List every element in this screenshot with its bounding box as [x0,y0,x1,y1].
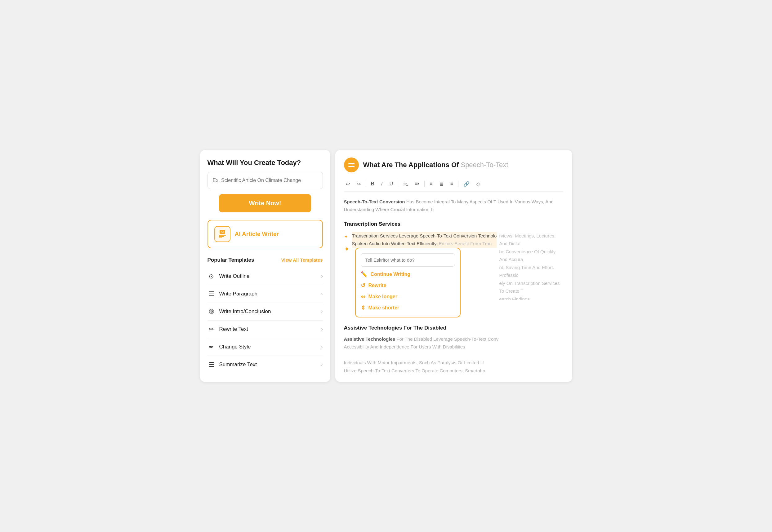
undo-button[interactable]: ↩ [344,180,352,188]
left-heading: What Will You Create Today? [207,159,323,167]
right-panel: What Are The Applications Of Speech-To-T… [335,150,572,382]
editor-content[interactable]: Speech-To-Text Conversion Has Become Int… [344,198,564,375]
search-input[interactable] [207,172,323,189]
ai-popup: ✏️ Continue Writing ↺ Rewrite ⇔ Make lon… [355,248,461,317]
sparkles-icon: ✦ ✦ [344,233,349,255]
align-right-button[interactable]: ≡ [449,180,455,188]
template-item-change-style[interactable]: ✒ Change Style › [207,338,323,356]
chevron-icon: › [321,291,322,297]
templates-title: Popular Templates [207,257,254,263]
template-item-rewrite-text[interactable]: ✏ Rewrite Text › [207,321,323,338]
align-center-button[interactable]: ≣ [438,180,446,188]
intro-paragraph: Speech-To-Text Conversion Has Become Int… [344,198,564,214]
ordered-list-button[interactable]: ≡₁ [402,180,410,188]
rewrite-text-label: Rewrite Text [219,326,248,332]
popup-actions: ✏️ Continue Writing ↺ Rewrite ⇔ Make lon… [361,270,455,312]
write-intro-icon: ⑨ [207,308,215,315]
templates-header: Popular Templates View All Templates [207,257,323,263]
ai-writer-label: AI Article Writer [235,231,279,237]
change-style-icon: ✒ [207,343,215,351]
align-left-button[interactable]: ≡ [428,180,434,188]
write-paragraph-label: Write Paragraph [219,291,257,297]
change-style-label: Change Style [219,344,251,350]
italic-button[interactable]: I [379,180,384,188]
write-paragraph-icon: ☰ [207,290,215,298]
editor-toolbar: ↩ ↪ B I U ≡₁ ≡• ≡ ≣ ≡ 🔗 ◇ [344,177,564,192]
image-button[interactable]: ◇ [475,180,482,188]
write-outline-label: Write Outline [219,273,250,279]
highlighted-text: Transcription Services Leverage Speech-T… [352,232,497,248]
unordered-list-button[interactable]: ≡• [413,180,421,188]
ai-badge: AI [220,230,225,234]
chevron-icon: › [321,344,322,350]
chevron-icon: › [321,309,322,314]
editor-header: What Are The Applications Of Speech-To-T… [344,157,564,172]
editor-title: What Are The Applications Of Speech-To-T… [363,161,508,169]
chevron-icon: › [321,273,322,279]
rewrite-button[interactable]: ↺ Rewrite [361,282,455,290]
make-longer-icon: ⇔ [361,293,365,300]
continue-writing-icon: ✏️ [361,271,367,278]
write-now-button[interactable]: Write Now! [219,194,311,212]
template-item-summarize-text[interactable]: ☰ Summarize Text › [207,356,323,373]
make-shorter-icon: ⇕ [361,304,365,311]
hamburger-icon [348,163,354,167]
menu-circle[interactable] [344,157,359,172]
summarize-text-label: Summarize Text [219,361,257,368]
make-shorter-button[interactable]: ⇕ Make shorter [361,304,455,312]
bold-button[interactable]: B [369,180,376,188]
make-longer-button[interactable]: ⇔ Make longer [361,293,455,301]
underline-button[interactable]: U [388,180,395,188]
summarize-text-icon: ☰ [207,361,215,368]
gray-side-content: rviews, Meetings, Lectures, And Dictat h… [499,232,563,300]
ai-writer-icon: AI [214,226,230,242]
section2-content: Assistive Technologies For The Disabled … [344,335,564,375]
link-button[interactable]: 🔗 [462,180,472,188]
rewrite-icon: ↺ [361,282,365,289]
popup-input[interactable] [361,253,455,267]
write-intro-label: Write Intro/Conclusion [219,308,271,315]
template-item-write-outline[interactable]: ⊙ Write Outline › [207,268,323,285]
redo-button[interactable]: ↪ [355,180,362,188]
ai-writer-card[interactable]: AI AI Article Writer [207,220,323,248]
left-panel: What Will You Create Today? Write Now! A… [200,150,330,382]
section1-heading: Transcription Services [344,220,564,229]
template-list: ⊙ Write Outline › ☰ Write Paragraph › ⑨ … [207,268,323,373]
section2-heading: Assistive Technologies For The Disabled [344,324,564,333]
rewrite-text-icon: ✏ [207,326,215,333]
continue-writing-button[interactable]: ✏️ Continue Writing [361,270,455,278]
chevron-icon: › [321,326,322,332]
view-all-link[interactable]: View All Templates [281,257,323,263]
template-item-write-intro[interactable]: ⑨ Write Intro/Conclusion › [207,303,323,321]
chevron-icon: › [321,362,322,367]
write-outline-icon: ⊙ [207,273,215,280]
template-item-write-paragraph[interactable]: ☰ Write Paragraph › [207,285,323,303]
intro-bold: Speech-To-Text Conversion [344,199,405,204]
